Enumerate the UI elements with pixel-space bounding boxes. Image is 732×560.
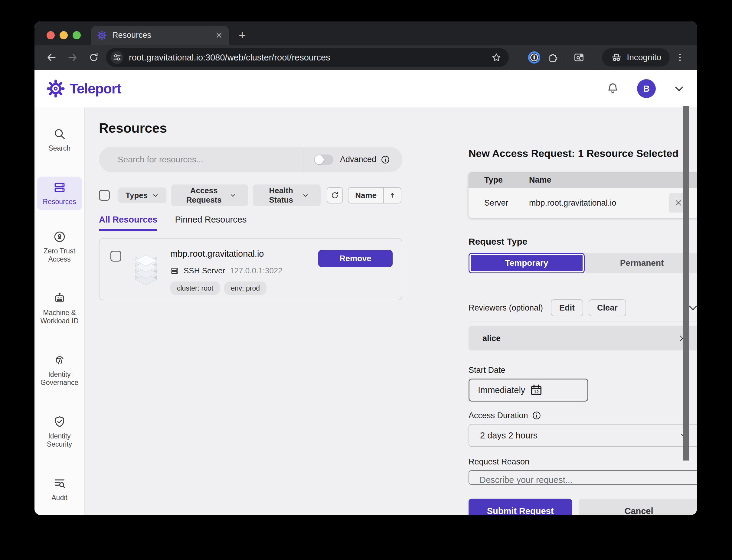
advanced-info-icon[interactable]	[381, 155, 390, 164]
notifications-bell-icon[interactable]	[606, 82, 620, 95]
server-icon	[170, 267, 179, 275]
resource-name: mbp.root.gravitational.io	[170, 249, 282, 259]
forward-button[interactable]	[65, 50, 80, 65]
request-reason-textarea[interactable]: Describe your request...	[469, 470, 697, 485]
shield-check-icon	[53, 415, 66, 428]
tab-all-resources[interactable]: All Resources	[99, 215, 157, 231]
browser-toolbar: root.gravitational.io:3080/web/cluster/r…	[34, 45, 697, 70]
window-controls	[47, 31, 81, 39]
sidebar-item-identity-governance[interactable]: Identity Governance	[37, 349, 82, 391]
request-type-temporary[interactable]: Temporary	[469, 253, 585, 273]
filter-label: Types	[125, 191, 148, 200]
remove-button[interactable]: Remove	[318, 250, 393, 267]
cancel-button[interactable]: Cancel	[579, 499, 697, 515]
health-status-filter-button[interactable]: Health Status	[253, 184, 320, 206]
maximize-window-button[interactable]	[73, 31, 81, 39]
sidebar-item-zero-trust-access[interactable]: Zero Trust Access	[37, 226, 82, 268]
reload-button[interactable]	[86, 50, 102, 65]
sidebar-item-audit[interactable]: Audit	[37, 473, 82, 506]
teleport-logo[interactable]: Teleport	[47, 80, 121, 98]
sidebar-item-identity-security[interactable]: Identity Security	[37, 411, 82, 453]
sidebar: Search Resources Zero Trust Access Machi…	[34, 107, 85, 515]
url-text[interactable]: root.gravitational.io:3080/web/cluster/r…	[129, 53, 491, 63]
incognito-icon	[610, 51, 623, 63]
sidebar-item-machine-workload-id[interactable]: Machine & Workload ID	[37, 288, 82, 329]
new-tab-button[interactable]: +	[236, 28, 249, 42]
user-avatar[interactable]: B	[637, 79, 656, 98]
refresh-button[interactable]	[327, 187, 343, 203]
select-all-checkbox[interactable]	[99, 190, 110, 201]
svg-text:12: 12	[534, 389, 539, 394]
tab-pinned-resources[interactable]: Pinned Resources	[175, 215, 246, 231]
sidebar-item-search[interactable]: Search	[37, 123, 82, 157]
start-date-value: Immediately	[478, 385, 529, 395]
start-date-label: Start Date	[469, 366, 697, 375]
submit-request-button[interactable]: Submit Request	[469, 499, 572, 515]
main-content: Resources Search for resources... Advanc…	[85, 107, 697, 515]
audit-list-search-icon	[53, 477, 66, 490]
request-reason-placeholder: Describe your request...	[480, 475, 573, 485]
close-window-button[interactable]	[47, 31, 55, 39]
tab-close-icon[interactable]	[215, 31, 223, 39]
bookmark-star-icon[interactable]	[491, 52, 502, 63]
extensions-puzzle-icon[interactable]	[545, 50, 561, 65]
access-requests-filter-button[interactable]: Access Requests	[171, 184, 248, 206]
types-filter-button[interactable]: Types	[118, 187, 166, 203]
incognito-badge[interactable]: Incognito	[602, 48, 670, 67]
search-placeholder[interactable]: Search for resources...	[118, 155, 303, 164]
lock-circle-icon	[53, 230, 66, 243]
chevron-down-icon	[152, 192, 159, 199]
page-scrollbar[interactable]	[683, 106, 689, 461]
filter-label: Access Requests	[183, 186, 225, 205]
resource-card[interactable]: mbp.root.gravitational.io SSH Server 127…	[99, 238, 402, 300]
cell-name: mbp.root.gravitational.io	[529, 198, 616, 208]
reviewers-edit-button[interactable]: Edit	[551, 299, 583, 316]
access-duration-value: 2 days 2 hours	[480, 431, 679, 441]
browser-tab[interactable]: Resources	[91, 26, 229, 45]
resource-label-pill[interactable]: env: prod	[224, 282, 266, 295]
calendar-icon[interactable]: 12	[529, 383, 581, 397]
resource-checkbox[interactable]	[110, 251, 121, 262]
minimize-window-button[interactable]	[60, 31, 68, 39]
address-bar[interactable]: root.gravitational.io:3080/web/cluster/r…	[106, 48, 509, 67]
sort-ascending-icon[interactable]	[384, 192, 401, 199]
selected-resources-table: Type Name Server mbp.root.gravitational.…	[469, 172, 697, 218]
table-row: Server mbp.root.gravitational.io	[469, 188, 697, 218]
reviewer-name: alice	[483, 334, 678, 343]
user-menu-chevron-down-icon[interactable]	[673, 83, 685, 94]
request-reason-label: Request Reason	[469, 457, 697, 467]
chevron-down-icon	[302, 192, 309, 199]
sidebar-item-label: Audit	[51, 494, 67, 502]
fingerprint-icon	[53, 353, 66, 367]
site-settings-icon[interactable]	[110, 50, 124, 64]
search-icon	[53, 127, 66, 141]
resource-search-bar[interactable]: Search for resources... Advanced	[99, 147, 402, 172]
start-date-input[interactable]: Immediately 12	[469, 379, 588, 402]
resource-address: 127.0.0.1:3022	[230, 266, 282, 275]
request-type-label: Request Type	[469, 236, 697, 247]
back-button[interactable]	[44, 50, 59, 65]
password-manager-icon[interactable]	[526, 50, 542, 65]
sidebar-item-label: Search	[48, 144, 70, 152]
tab-favicon-gear-icon	[97, 31, 107, 40]
resource-kind: SSH Server	[184, 266, 225, 275]
browser-window: Resources + root.gravitational.io:3080/w…	[34, 21, 697, 515]
column-header-name: Name	[529, 175, 552, 185]
resource-label-pill[interactable]: cluster: root	[170, 282, 220, 295]
tab-title: Resources	[112, 31, 215, 40]
access-duration-label: Access Duration	[469, 411, 528, 420]
reviewers-clear-button[interactable]: Clear	[589, 299, 626, 316]
advanced-toggle[interactable]	[314, 155, 333, 165]
access-duration-select[interactable]: 2 days 2 hours	[469, 424, 697, 447]
filter-toolbar: Types Access Requests Health Status Name	[99, 184, 402, 206]
sort-button[interactable]: Name	[348, 187, 402, 203]
request-type-permanent[interactable]: Permanent	[585, 253, 697, 273]
sidebar-item-resources[interactable]: Resources	[37, 177, 82, 210]
side-panel-search-icon[interactable]	[571, 50, 587, 65]
browser-tab-strip: Resources +	[34, 21, 697, 45]
access-duration-info-icon[interactable]	[532, 411, 542, 420]
sidebar-item-label: Identity Security	[37, 432, 82, 448]
reviewers-label: Reviewers (optional)	[469, 303, 543, 313]
browser-menu-icon[interactable]	[672, 50, 688, 65]
servers-icon	[53, 181, 66, 194]
